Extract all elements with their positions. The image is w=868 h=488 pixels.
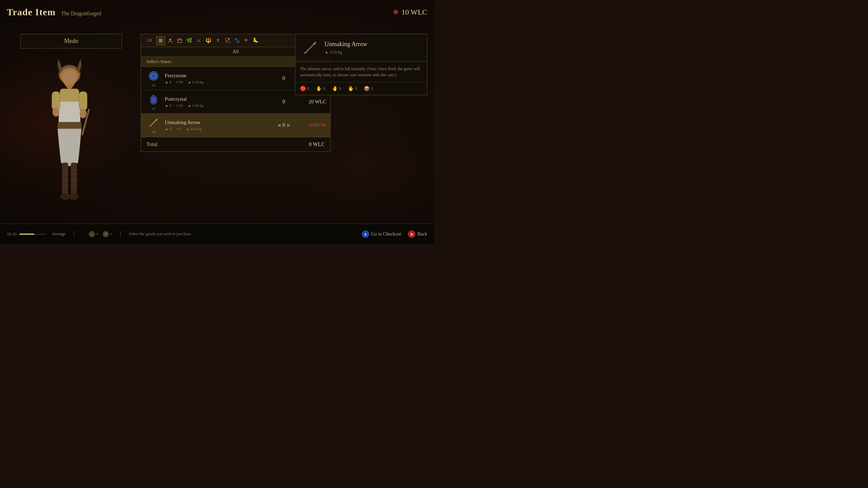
- detail-description: The ultimate arrow, said to kill instant…: [295, 62, 427, 82]
- weight-average-label: Average: [52, 231, 65, 237]
- slot-icon-4: 🖐: [348, 86, 354, 92]
- svg-line-37: [304, 52, 307, 54]
- level-icon: ▲: [165, 127, 169, 131]
- slot-value-1: 0: [307, 86, 309, 91]
- unmaking-arrow-icon: [147, 116, 160, 129]
- tab-leaf-icon[interactable]: 🌿: [185, 36, 194, 45]
- ctrl-left[interactable]: L ≡: [89, 231, 99, 237]
- tab-grid-icon[interactable]: ⊞: [156, 36, 165, 45]
- tab-bow-icon[interactable]: 🏹: [223, 36, 232, 45]
- unmaking-arrow-icon-area: x0: [145, 116, 162, 134]
- unmaking-arrow-name: Unmaking Arrow: [165, 120, 272, 125]
- portcrystal-price: 20 WLC: [296, 99, 326, 105]
- level-icon: ▲: [165, 103, 169, 107]
- ferrystone-level: ▲ 8: [165, 80, 171, 84]
- ferrystone-info: Ferrystone ▲ 8 ≡ 99 ▲ 0.10 kg: [162, 73, 272, 84]
- slot-icon-3: 🤚: [332, 86, 338, 92]
- go-to-checkout-btn[interactable]: A Go to Checkout: [362, 230, 401, 238]
- tab-sword-icon[interactable]: ⚔: [194, 36, 203, 45]
- unmaking-quantity: 0: [282, 122, 285, 128]
- weight-value: 29.35: [7, 231, 17, 237]
- ferrystone-icon: [147, 69, 160, 82]
- svg-point-26: [151, 73, 156, 79]
- portcrystal-info: Portcrystal ▲ 0 ≡ 29 ▲ 2.00 kg: [162, 96, 272, 107]
- ctrl-right[interactable]: R ↕: [103, 231, 112, 237]
- unmaking-arrow-price: Sold Out: [296, 122, 326, 128]
- status-left: 29.35 Average L ≡ R ↕ Select the goods y…: [7, 231, 362, 238]
- weight-info: 29.35: [7, 231, 46, 237]
- tab-foot-icon[interactable]: 🦶: [251, 36, 260, 45]
- portcrystal-stats: ▲ 0 ≡ 29 ▲ 2.00 kg: [165, 103, 272, 107]
- currency-icon: ❋: [393, 8, 399, 16]
- qty-decrease[interactable]: ◀: [277, 123, 280, 128]
- ferrystone-stack: ≡ 99: [176, 80, 183, 84]
- svg-point-23: [169, 39, 171, 41]
- unmaking-arrow-qty: ◀ 0 ▶: [272, 122, 296, 128]
- slot-value-3: 0: [339, 86, 341, 91]
- character-figure: [22, 34, 117, 210]
- slot-item-1: 🔴 0: [300, 86, 309, 92]
- svg-rect-24: [178, 39, 182, 43]
- svg-point-9: [80, 109, 86, 118]
- slot-icon-1: 🔴: [300, 86, 306, 92]
- slot-item-4: 🖐 0: [348, 86, 357, 92]
- ferrystone-name: Ferrystone: [165, 73, 272, 79]
- ferrystone-qty: 0: [272, 75, 296, 81]
- tab-trident-icon[interactable]: 🔱: [204, 36, 213, 45]
- status-bar: 29.35 Average L ≡ R ↕ Select the goods y…: [0, 224, 434, 244]
- total-label: Total: [146, 141, 158, 147]
- ferrystone-quantity: 0: [282, 75, 285, 81]
- tab-person-icon[interactable]: [166, 36, 175, 45]
- svg-point-8: [53, 107, 59, 117]
- status-right: A Go to Checkout B Back: [362, 230, 427, 238]
- portcrystal-stack: ≡ 29: [176, 103, 183, 107]
- back-btn[interactable]: B Back: [408, 230, 427, 238]
- slot-value-2: 0: [323, 86, 325, 91]
- svg-line-34: [150, 125, 151, 126]
- portcrystal-count: x1: [152, 106, 156, 110]
- portcrystal-icon-area: x1: [145, 93, 162, 110]
- portcrystal-name: Portcrystal: [165, 96, 272, 102]
- weight-icon: ▲: [188, 103, 192, 107]
- weight-icon: ▲: [188, 80, 192, 84]
- slot-item-3: 🤚 0: [332, 86, 341, 92]
- slot-item-5: 📦 0: [364, 86, 373, 92]
- total-bar: Total 0 WLC: [141, 137, 330, 151]
- ferrystone-weight: ▲ 0.10 kg: [188, 80, 204, 84]
- portcrystal-weight: ▲ 2.00 kg: [188, 103, 204, 107]
- ferrystone-count: x3: [152, 83, 156, 87]
- tab-lb[interactable]: LB: [143, 36, 156, 45]
- character-area: [0, 0, 139, 230]
- slot-icon-2: ✋: [316, 86, 322, 92]
- tab-dagger-icon[interactable]: 🗡: [213, 36, 222, 45]
- svg-rect-7: [79, 92, 87, 110]
- svg-point-14: [69, 193, 79, 200]
- slot-item-2: ✋ 0: [316, 86, 325, 92]
- portcrystal-icon: [147, 93, 160, 106]
- tab-box-icon[interactable]: [175, 36, 184, 45]
- qty-increase[interactable]: ▶: [287, 123, 290, 128]
- slot-value-4: 0: [355, 86, 357, 91]
- portcrystal-level: ▲ 0: [165, 103, 171, 107]
- weight-icon: ▲: [186, 127, 190, 131]
- unmaking-arrow-info: Unmaking Arrow ▲ 0 ≡ 0 ▲ 0.50 kg: [162, 120, 272, 131]
- stack-icon: ≡: [176, 127, 178, 131]
- unmaking-weight: ▲ 0.50 kg: [186, 127, 202, 131]
- slot-icon-5: 📦: [364, 86, 370, 92]
- level-icon: ▲: [165, 80, 169, 84]
- tab-paw-icon[interactable]: 🐾: [232, 36, 241, 45]
- a-button: A: [362, 230, 369, 238]
- detail-header: Unmaking Arrow ▲ 0.50 kg: [295, 34, 427, 62]
- stack-icon: ≡: [176, 80, 178, 84]
- tab-eye-icon[interactable]: 👁: [242, 36, 251, 45]
- portcrystal-quantity: 0: [282, 99, 285, 105]
- detail-item-name: Unmaking Arrow: [324, 41, 422, 48]
- item-row-unmaking-arrow[interactable]: x0 Unmaking Arrow ▲ 0 ≡ 0: [141, 114, 330, 137]
- currency-display: ❋ 10 WLC: [393, 8, 427, 17]
- slot-value-5: 0: [371, 86, 373, 91]
- back-label: Back: [417, 231, 427, 237]
- unmaking-arrow-stats: ▲ 0 ≡ 0 ▲ 0.50 kg: [165, 127, 272, 131]
- help-text: Select the goods you wish to purchase.: [129, 231, 192, 237]
- weight-fill: [19, 233, 34, 235]
- weight-bar: [19, 233, 46, 235]
